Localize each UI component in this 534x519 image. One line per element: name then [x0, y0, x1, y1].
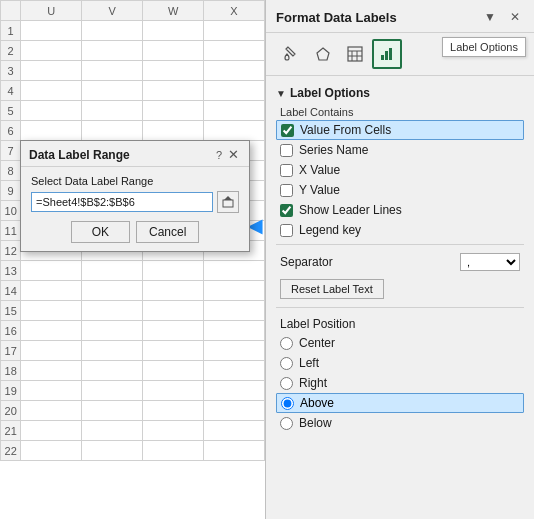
panel-collapse-button[interactable]: ▼: [480, 8, 500, 26]
spreadsheet-cell[interactable]: [21, 281, 82, 301]
spreadsheet-cell[interactable]: [204, 301, 265, 321]
spreadsheet-cell[interactable]: [143, 61, 204, 81]
spreadsheet-cell[interactable]: [143, 41, 204, 61]
dialog-ok-button[interactable]: OK: [71, 221, 130, 243]
show-leader-lines-checkbox[interactable]: [280, 204, 293, 217]
spreadsheet-cell[interactable]: [204, 101, 265, 121]
spreadsheet-cell[interactable]: [82, 301, 143, 321]
spreadsheet-cell[interactable]: [82, 41, 143, 61]
panel-close-button[interactable]: ✕: [506, 8, 524, 26]
spreadsheet-cell[interactable]: [143, 421, 204, 441]
table-icon[interactable]: [340, 39, 370, 69]
position-above-radio[interactable]: [281, 397, 294, 410]
spreadsheet-cell[interactable]: [204, 261, 265, 281]
spreadsheet-cell[interactable]: [143, 281, 204, 301]
bar-chart-icon[interactable]: [372, 39, 402, 69]
spreadsheet-cell[interactable]: [21, 41, 82, 61]
position-right-radio[interactable]: [280, 377, 293, 390]
svg-marker-10: [224, 196, 232, 200]
dialog-close-button[interactable]: ✕: [226, 147, 241, 162]
spreadsheet-cell[interactable]: [21, 441, 82, 461]
dialog-range-picker-button[interactable]: [217, 191, 239, 213]
spreadsheet-cell[interactable]: [143, 441, 204, 461]
spreadsheet-cell[interactable]: [143, 21, 204, 41]
x-value-checkbox[interactable]: [280, 164, 293, 177]
spreadsheet-cell[interactable]: [82, 441, 143, 461]
spreadsheet-cell[interactable]: [82, 101, 143, 121]
spreadsheet-cell[interactable]: [21, 401, 82, 421]
spreadsheet-cell[interactable]: [143, 321, 204, 341]
svg-rect-1: [348, 47, 362, 61]
spreadsheet-cell[interactable]: [143, 301, 204, 321]
spreadsheet-cell[interactable]: [143, 101, 204, 121]
value-from-cells-checkbox[interactable]: [281, 124, 294, 137]
series-name-row: Series Name: [276, 140, 524, 160]
position-above-label: Above: [300, 396, 334, 410]
spreadsheet-cell[interactable]: [204, 41, 265, 61]
spreadsheet-cell[interactable]: [204, 61, 265, 81]
spreadsheet-cell[interactable]: [204, 121, 265, 141]
spreadsheet-cell[interactable]: [204, 21, 265, 41]
spreadsheet-cell[interactable]: [143, 341, 204, 361]
spreadsheet-cell[interactable]: [82, 261, 143, 281]
spreadsheet-cell[interactable]: [82, 121, 143, 141]
position-below-radio[interactable]: [280, 417, 293, 430]
spreadsheet-cell[interactable]: [21, 21, 82, 41]
spreadsheet-cell[interactable]: [21, 361, 82, 381]
spreadsheet-cell[interactable]: [82, 421, 143, 441]
spreadsheet-cell[interactable]: [143, 81, 204, 101]
series-name-checkbox[interactable]: [280, 144, 293, 157]
legend-key-checkbox[interactable]: [280, 224, 293, 237]
spreadsheet-cell[interactable]: [204, 81, 265, 101]
spreadsheet-cell[interactable]: [21, 261, 82, 281]
paint-bucket-icon[interactable]: [276, 39, 306, 69]
spreadsheet-cell[interactable]: [204, 401, 265, 421]
data-label-range-dialog[interactable]: Data Label Range ? ✕ Select Data Label R…: [20, 140, 250, 252]
spreadsheet-cell[interactable]: [82, 21, 143, 41]
position-left-radio[interactable]: [280, 357, 293, 370]
position-center-radio[interactable]: [280, 337, 293, 350]
dialog-cancel-button[interactable]: Cancel: [136, 221, 199, 243]
dialog-range-input[interactable]: [31, 192, 213, 212]
spreadsheet-cell[interactable]: [21, 421, 82, 441]
spreadsheet-cell[interactable]: [204, 361, 265, 381]
y-value-checkbox[interactable]: [280, 184, 293, 197]
spreadsheet-cell[interactable]: [82, 281, 143, 301]
spreadsheet-cell[interactable]: [82, 401, 143, 421]
spreadsheet-cell[interactable]: [204, 441, 265, 461]
spreadsheet-cell[interactable]: [204, 381, 265, 401]
spreadsheet-cell[interactable]: [204, 421, 265, 441]
spreadsheet-cell[interactable]: [82, 61, 143, 81]
row-number-cell: 18: [1, 361, 21, 381]
spreadsheet-cell[interactable]: [21, 301, 82, 321]
spreadsheet-cell[interactable]: [143, 401, 204, 421]
position-left-label: Left: [299, 356, 319, 370]
pentagon-icon[interactable]: [308, 39, 338, 69]
spreadsheet-cell[interactable]: [21, 101, 82, 121]
spreadsheet-cell[interactable]: [82, 361, 143, 381]
spreadsheet-cell[interactable]: [143, 381, 204, 401]
spreadsheet-cell[interactable]: [21, 61, 82, 81]
spreadsheet-cell[interactable]: [204, 281, 265, 301]
spreadsheet-cell[interactable]: [82, 341, 143, 361]
spreadsheet-cell[interactable]: [21, 341, 82, 361]
spreadsheet-cell[interactable]: [204, 341, 265, 361]
spreadsheet-cell[interactable]: [21, 381, 82, 401]
spreadsheet-cell[interactable]: [143, 261, 204, 281]
dialog-help-button[interactable]: ?: [216, 149, 222, 161]
format-data-labels-panel: Format Data Labels ▼ ✕: [265, 0, 534, 519]
col-header-v: V: [82, 1, 143, 21]
spreadsheet-cell[interactable]: [82, 81, 143, 101]
spreadsheet-cell[interactable]: [21, 81, 82, 101]
reset-label-text-button[interactable]: Reset Label Text: [280, 279, 384, 299]
spreadsheet-cell[interactable]: [82, 381, 143, 401]
spreadsheet-cell[interactable]: [82, 321, 143, 341]
separator-select[interactable]: ,: [460, 253, 520, 271]
spreadsheet-cell[interactable]: [21, 321, 82, 341]
spreadsheet-cell[interactable]: [143, 121, 204, 141]
spreadsheet-cell[interactable]: [21, 121, 82, 141]
row-number-cell: 4: [1, 81, 21, 101]
spreadsheet-cell[interactable]: [143, 361, 204, 381]
spreadsheet-cell[interactable]: [204, 321, 265, 341]
row-number-cell: 11: [1, 221, 21, 241]
